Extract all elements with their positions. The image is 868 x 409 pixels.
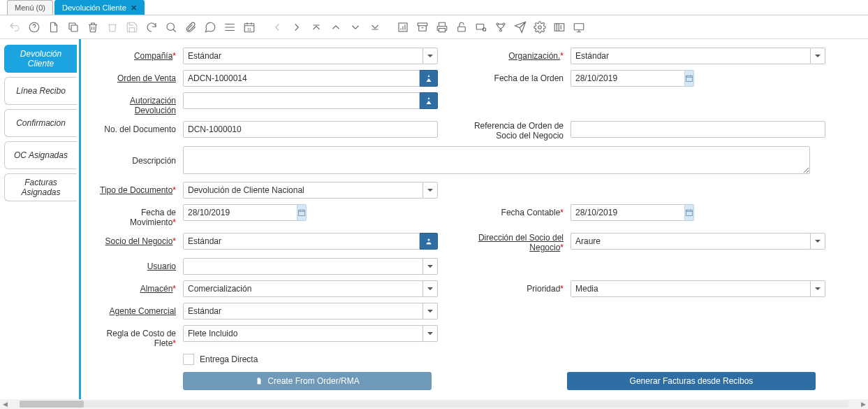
chevron-down-icon[interactable] xyxy=(810,280,825,297)
svg-rect-8 xyxy=(458,27,466,31)
tab-devolucion-cliente[interactable]: Devolución Cliente ✕ xyxy=(54,0,145,15)
generar-facturas-button[interactable]: Generar Facturas desde Recibos xyxy=(567,372,816,390)
sidetab-oc-asignadas[interactable]: OC Asignadas xyxy=(4,141,77,169)
label-tipo-doc: Tipo de Documento xyxy=(100,185,172,195)
almacen-select[interactable]: Comercialización xyxy=(183,280,423,297)
svg-point-20 xyxy=(427,239,429,241)
svg-point-12 xyxy=(503,23,505,25)
nav-last-icon[interactable] xyxy=(367,20,383,35)
ref-socio-input[interactable] xyxy=(571,121,825,138)
autorizacion-dev-input[interactable] xyxy=(183,92,420,109)
calendar-icon[interactable] xyxy=(297,204,307,221)
chevron-down-icon[interactable] xyxy=(422,182,438,199)
label-prioridad: Prioridad xyxy=(527,284,560,294)
label-organizacion: Organización. xyxy=(508,51,560,61)
svg-text:31: 31 xyxy=(247,27,251,31)
attachment-icon[interactable] xyxy=(183,20,198,35)
workflow-icon[interactable] xyxy=(493,20,508,35)
chevron-down-icon[interactable] xyxy=(422,48,438,64)
copy-icon[interactable] xyxy=(66,20,81,35)
find-icon[interactable] xyxy=(163,20,179,35)
socio-lookup-button[interactable] xyxy=(420,233,438,250)
save-icon[interactable] xyxy=(124,20,140,35)
gear-icon[interactable] xyxy=(532,20,547,35)
calendar-icon[interactable]: 31 xyxy=(242,20,257,35)
fecha-movimiento-input[interactable] xyxy=(183,204,297,221)
scroll-right-icon[interactable]: ▶ xyxy=(858,399,868,409)
chevron-down-icon[interactable] xyxy=(810,233,825,250)
agente-select[interactable]: Estándar xyxy=(183,303,423,320)
new-icon[interactable] xyxy=(46,20,61,35)
chevron-down-icon[interactable] xyxy=(422,303,438,320)
nav-detail-icon[interactable] xyxy=(289,20,304,35)
zoom-across-icon[interactable] xyxy=(473,20,489,35)
undo-icon[interactable] xyxy=(7,20,22,35)
label-almacen: Almacén xyxy=(140,284,173,294)
descripcion-textarea[interactable] xyxy=(183,146,810,174)
record-tab-list: Devolución Cliente Línea Recibo Confirma… xyxy=(0,39,79,409)
no-documento-input[interactable] xyxy=(183,121,438,138)
orden-venta-input[interactable] xyxy=(183,70,420,87)
window-tab-strip: Menú (0) Devolución Cliente ✕ xyxy=(0,0,868,15)
form-pane: Compañía Estándar Organización. Estándar… xyxy=(79,39,868,409)
organizacion-select[interactable]: Estándar xyxy=(571,48,811,64)
compania-select[interactable]: Estándar xyxy=(183,48,423,64)
close-icon[interactable]: ✕ xyxy=(131,3,137,13)
sidetab-devolucion-cliente[interactable]: Devolución Cliente xyxy=(4,45,77,73)
grid-icon[interactable] xyxy=(222,20,237,35)
chevron-down-icon[interactable] xyxy=(422,325,438,342)
chevron-down-icon[interactable] xyxy=(810,48,825,64)
regla-flete-select[interactable]: Flete Incluido xyxy=(183,325,423,342)
label-fecha-mov: Fecha de Movimiento xyxy=(130,208,176,227)
usuario-select[interactable] xyxy=(183,258,423,275)
fecha-orden-input[interactable] xyxy=(571,70,685,87)
label-no-doc: No. del Documento xyxy=(104,124,176,134)
form-scroll[interactable]: Compañía Estándar Organización. Estándar… xyxy=(81,39,868,409)
delete-selection-icon[interactable] xyxy=(105,20,120,35)
create-from-order-label: Create From Order/RMA xyxy=(267,376,359,386)
archive-icon[interactable] xyxy=(415,20,430,35)
orden-venta-lookup-button[interactable] xyxy=(420,70,438,87)
entrega-directa-checkbox[interactable] xyxy=(183,354,194,365)
calendar-icon[interactable] xyxy=(684,70,694,87)
tab-menu[interactable]: Menú (0) xyxy=(7,0,53,15)
prioridad-select[interactable]: Media xyxy=(571,280,811,297)
help-icon[interactable] xyxy=(27,20,42,35)
autorizacion-dev-lookup-button[interactable] xyxy=(420,92,438,109)
sidetab-facturas-asignadas[interactable]: Facturas Asignadas xyxy=(4,173,77,201)
chat-icon[interactable] xyxy=(203,20,218,35)
scroll-left-icon[interactable]: ◀ xyxy=(0,399,10,409)
delete-icon[interactable] xyxy=(85,20,101,35)
svg-rect-19 xyxy=(686,210,693,216)
lock-icon[interactable] xyxy=(454,20,469,35)
fecha-contable-input[interactable] xyxy=(571,204,685,221)
tipo-documento-select[interactable]: Devolución de Cliente Nacional xyxy=(183,182,423,199)
svg-rect-18 xyxy=(299,210,305,216)
print-icon[interactable] xyxy=(434,20,450,35)
chevron-down-icon[interactable] xyxy=(422,258,438,275)
chevron-down-icon[interactable] xyxy=(422,280,438,297)
horizontal-scrollbar[interactable]: ◀ ▶ xyxy=(0,399,868,409)
socio-input[interactable] xyxy=(183,233,420,250)
generar-facturas-label: Generar Facturas desde Recibos xyxy=(630,376,753,386)
sidetab-confirmacion[interactable]: Confirmacion xyxy=(4,109,77,137)
svg-rect-1 xyxy=(71,25,78,31)
calendar-icon[interactable] xyxy=(684,204,694,221)
tab-menu-label: Menú (0) xyxy=(15,3,45,12)
refresh-icon[interactable] xyxy=(144,20,159,35)
nav-next-icon[interactable] xyxy=(348,20,363,35)
nav-first-icon[interactable] xyxy=(309,20,324,35)
direccion-socio-select[interactable]: Araure xyxy=(571,233,811,250)
label-compania: Compañía xyxy=(134,51,172,61)
request-icon[interactable] xyxy=(513,20,528,35)
nav-prev-icon[interactable] xyxy=(328,20,344,35)
create-from-order-button[interactable]: Create From Order/RMA xyxy=(183,372,432,390)
svg-rect-6 xyxy=(418,23,427,26)
nav-parent-icon[interactable] xyxy=(270,20,285,35)
sidetab-linea-recibo[interactable]: Línea Recibo xyxy=(4,77,77,105)
screen-icon[interactable] xyxy=(571,20,587,35)
svg-point-13 xyxy=(500,29,502,31)
label-descripcion: Descripción xyxy=(132,156,176,166)
report-icon[interactable] xyxy=(395,20,411,35)
product-info-icon[interactable] xyxy=(552,20,567,35)
